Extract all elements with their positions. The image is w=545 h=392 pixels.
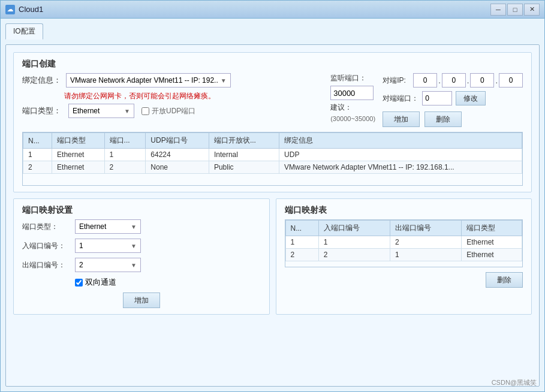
remote-col: 对端IP: . . . — [383, 73, 523, 127]
map-col-type: 端口类型 — [462, 221, 522, 236]
port-type-arrow: ▼ — [124, 108, 130, 114]
mapping-table-header: N... 入端口编号 出端口编号 端口类型 — [285, 221, 522, 236]
mapping-out-select[interactable]: 2 ▼ — [75, 258, 141, 272]
hint-label: 建议： — [330, 102, 375, 113]
bidirectional-checkbox[interactable] — [75, 279, 83, 287]
mapping-settings-title: 端口映射设置 — [22, 205, 261, 216]
window-title: Cloud1 — [19, 5, 43, 14]
bind-info-value: VMware Network Adapter VMnet11 -- IP: 19… — [70, 76, 218, 85]
modify-button[interactable]: 修改 — [456, 91, 486, 105]
col-udp: UDP端口号 — [146, 133, 209, 149]
port-table-container: N... 端口类型 端口... UDP端口号 端口开放状... 绑定信息 1 — [22, 132, 523, 186]
map-col-n: N... — [285, 221, 318, 236]
table-row[interactable]: 1 Ethernet 1 64224 Internal UDP — [23, 149, 522, 161]
tab-bar: IO配置 — [5, 23, 540, 40]
title-bar-left: ☁ Cloud1 — [5, 5, 43, 14]
port-creation-section: 端口创建 绑定信息： VMware Network Adapter VMnet1… — [13, 52, 532, 192]
col-bind: 绑定信息 — [279, 133, 522, 149]
ip-part-4[interactable] — [499, 73, 523, 88]
add-button[interactable]: 增加 — [383, 111, 420, 127]
close-button[interactable]: ✕ — [524, 4, 540, 16]
mapping-delete-button[interactable]: 删除 — [486, 272, 523, 288]
row1-type: Ethernet — [52, 149, 105, 161]
ip-part-2[interactable] — [442, 73, 466, 88]
mapping-type-select[interactable]: Ethernet ▼ — [75, 219, 141, 234]
map-row1-out: 2 — [390, 236, 462, 249]
port-table: N... 端口类型 端口... UDP端口号 端口开放状... 绑定信息 1 — [23, 132, 522, 174]
watermark: CSDN@黑城笑 — [492, 378, 537, 387]
listen-port-label: 监听端口： — [330, 73, 375, 83]
mapping-in-label: 入端口编号： — [22, 241, 70, 251]
action-buttons: 增加 删除 — [383, 111, 523, 127]
title-buttons: ─ □ ✕ — [490, 4, 540, 16]
remote-ip-row: 对端IP: . . . — [383, 73, 523, 88]
mapping-out-arrow: ▼ — [131, 262, 137, 269]
main-content: IO配置 端口创建 绑定信息： VMware Network Adapter V… — [1, 19, 544, 391]
minimize-button[interactable]: ─ — [490, 4, 506, 16]
map-row2-in: 2 — [318, 249, 390, 261]
ip-part-1[interactable] — [413, 73, 437, 88]
right-form: 监听端口： 建议： (30000~35000) 对端IP: . — [330, 73, 523, 127]
map-row1-n: 1 — [285, 236, 318, 249]
listen-port-col: 监听端口： 建议： (30000~35000) — [330, 73, 375, 127]
mapping-out-value: 2 — [79, 261, 83, 269]
mapping-add-button[interactable]: 增加 — [123, 293, 160, 308]
creation-top: 绑定信息： VMware Network Adapter VMnet11 -- … — [22, 73, 523, 127]
row1-port: 1 — [104, 149, 146, 161]
remote-ip-label: 对端IP: — [383, 76, 409, 86]
table-row[interactable]: 1 1 2 Ethernet — [285, 236, 522, 249]
mapping-table: N... 入端口编号 出端口编号 端口类型 1 1 2 — [285, 220, 523, 261]
udp-checkbox-text: 开放UDP端口 — [152, 106, 195, 116]
map-col-out: 出端口编号 — [390, 221, 462, 236]
mapping-table-container: N... 入端口编号 出端口编号 端口类型 1 1 2 — [285, 219, 523, 267]
mapping-out-label: 出端口编号： — [22, 260, 70, 270]
mapping-in-arrow: ▼ — [131, 243, 137, 249]
map-row2-type: Ethernet — [462, 249, 522, 261]
mapping-type-value: Ethernet — [79, 222, 106, 231]
row2-status: Public — [209, 161, 279, 174]
left-form: 绑定信息： VMware Network Adapter VMnet11 -- … — [22, 73, 318, 118]
map-row1-type: Ethernet — [462, 236, 522, 249]
bind-info-select[interactable]: VMware Network Adapter VMnet11 -- IP: 19… — [66, 73, 231, 88]
mapping-in-select[interactable]: 1 ▼ — [75, 239, 141, 253]
warning-text: 请勿绑定公网网卡，否则可能会引起网络瘫痪。 — [64, 91, 318, 101]
map-row1-in: 1 — [318, 236, 390, 249]
mapping-in-value: 1 — [79, 242, 83, 250]
row2-type: Ethernet — [52, 161, 105, 174]
delete-button[interactable]: 删除 — [424, 111, 462, 127]
row1-udp: 64224 — [146, 149, 209, 161]
col-n: N... — [23, 133, 52, 149]
port-table-body: 1 Ethernet 1 64224 Internal UDP 2 Ethern… — [23, 149, 522, 174]
table-row[interactable]: 2 2 1 Ethernet — [285, 249, 522, 261]
mapping-table-title: 端口映射表 — [285, 205, 523, 216]
remote-port-input[interactable] — [422, 91, 452, 105]
tab-io-config[interactable]: IO配置 — [5, 23, 43, 40]
row1-status: Internal — [209, 149, 279, 161]
mapping-table-body: 1 1 2 Ethernet 2 2 1 Ethernet — [285, 236, 522, 261]
mapping-out-row: 出端口编号： 2 ▼ — [22, 258, 261, 272]
port-creation-title: 端口创建 — [22, 59, 523, 70]
port-type-value: Ethernet — [73, 107, 100, 115]
listen-port-input[interactable] — [330, 86, 374, 100]
col-type: 端口类型 — [52, 133, 105, 149]
port-type-select[interactable]: Ethernet ▼ — [68, 104, 134, 118]
map-row2-n: 2 — [285, 249, 318, 261]
mapping-type-label: 端口类型： — [22, 222, 70, 232]
maximize-button[interactable]: □ — [507, 4, 523, 16]
mapping-in-row: 入端口编号： 1 ▼ — [22, 239, 261, 253]
udp-checkbox-label[interactable]: 开放UDP端口 — [141, 106, 195, 116]
port-table-header: N... 端口类型 端口... UDP端口号 端口开放状... 绑定信息 — [23, 133, 522, 149]
bottom-sections: 端口映射设置 端口类型： Ethernet ▼ 入端口编号： 1 ▼ — [13, 198, 532, 315]
remote-port-row: 对端端口： 修改 — [383, 91, 523, 105]
map-row2-out: 1 — [390, 249, 462, 261]
mapping-type-row: 端口类型： Ethernet ▼ — [22, 219, 261, 234]
main-panel: 端口创建 绑定信息： VMware Network Adapter VMnet1… — [5, 44, 540, 387]
ip-part-3[interactable] — [470, 73, 494, 88]
udp-checkbox[interactable] — [141, 107, 149, 115]
app-icon: ☁ — [5, 5, 15, 14]
bind-dropdown-arrow: ▼ — [221, 77, 227, 84]
port-type-label: 端口类型： — [22, 105, 61, 116]
bidirectional-label: 双向通道 — [85, 277, 116, 288]
table-row[interactable]: 2 Ethernet 2 None Public VMware Network … — [23, 161, 522, 174]
map-col-in: 入端口编号 — [318, 221, 390, 236]
